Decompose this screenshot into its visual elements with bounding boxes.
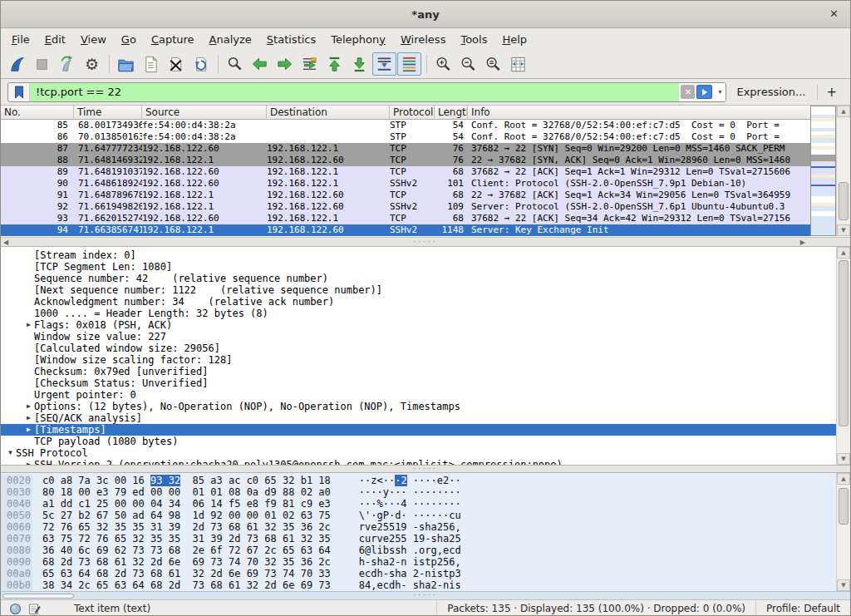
zoom-normal-button[interactable]: [481, 52, 505, 76]
scroll-down-arrow-icon[interactable]: ▼: [837, 579, 850, 591]
scroll-down-arrow-icon[interactable]: ▼: [837, 224, 850, 236]
detail-line[interactable]: Sequence number: 42 (relative sequence n…: [1, 273, 838, 284]
expander-icon[interactable]: ▼: [5, 447, 16, 459]
details-vscrollbar[interactable]: ▲ ▼: [836, 247, 850, 465]
menu-go[interactable]: Go: [114, 30, 144, 49]
menu-help[interactable]: Help: [494, 30, 534, 49]
detail-line[interactable]: Acknowledgment number: 34 (relative ack …: [1, 296, 838, 308]
packet-row-92[interactable]: 9271.661949820192.168.122.1192.168.122.6…: [1, 201, 812, 213]
detail-line[interactable]: [Stream index: 0]: [1, 249, 838, 261]
column-header-no[interactable]: No.: [1, 106, 74, 120]
reload-file-button[interactable]: [189, 52, 213, 76]
detail-line-seq-ack[interactable]: ▶[SEQ/ACK analysis]: [1, 412, 838, 424]
bytes-hscrollbar[interactable]: ·····: [1, 591, 850, 599]
menu-view[interactable]: View: [73, 30, 114, 49]
detail-line[interactable]: Urgent pointer: 0: [1, 389, 838, 401]
splitter-handle[interactable]: ·····: [413, 466, 437, 473]
filter-history-dropdown[interactable]: ▾: [714, 83, 726, 101]
menu-analyze[interactable]: Analyze: [202, 30, 259, 49]
menu-file[interactable]: File: [4, 30, 37, 49]
stop-capture-button[interactable]: [30, 52, 54, 76]
menu-wireless[interactable]: Wireless: [393, 30, 453, 49]
go-forward-button[interactable]: [273, 52, 297, 76]
column-header-protocol[interactable]: Protocol: [390, 106, 435, 120]
packet-row-90[interactable]: 9071.648618924192.168.122.60192.168.122.…: [1, 178, 812, 190]
detail-line-options[interactable]: ▶Options: (12 bytes), No-Operation (NOP)…: [1, 401, 838, 412]
detail-line[interactable]: TCP payload (1080 bytes): [1, 436, 838, 447]
scrollbar-thumb[interactable]: [839, 488, 849, 525]
detail-line-timestamps-selected[interactable]: ▶[Timestamps]: [1, 424, 838, 436]
scroll-up-arrow-icon[interactable]: ▲: [837, 473, 850, 485]
expert-info-icon[interactable]: [9, 603, 22, 615]
packet-row-85[interactable]: 8568.001734936fe:54:00:d4:38:2aSTP54Conf…: [1, 120, 812, 131]
filter-apply-button[interactable]: [696, 85, 712, 99]
detail-line-flags[interactable]: ▶Flags: 0x018 (PSH, ACK): [1, 319, 838, 331]
detail-line[interactable]: [Checksum Status: Unverified]: [1, 377, 838, 389]
hex-row[interactable]: 00b038 34 2c 65 63 64 68 2d 73 68 61 32 …: [1, 579, 838, 591]
go-back-button[interactable]: [248, 52, 272, 76]
detail-line[interactable]: 1000 .... = Header Length: 32 bytes (8): [1, 308, 838, 319]
scroll-up-arrow-icon[interactable]: ▲: [837, 106, 850, 117]
hex-row[interactable]: 009068 2d 73 68 61 32 2d 6e 69 73 74 70 …: [1, 556, 838, 568]
go-to-last-packet-button[interactable]: [347, 52, 371, 76]
detail-line[interactable]: [Window size scaling factor: 128]: [1, 354, 838, 366]
hex-row[interactable]: 008036 40 6c 69 62 73 73 68 2e 6f 72 67 …: [1, 545, 838, 556]
filter-clear-button[interactable]: ✕: [681, 85, 695, 99]
expander-icon[interactable]: ▶: [23, 319, 34, 331]
scroll-down-arrow-icon[interactable]: ▼: [837, 453, 850, 465]
profile-text[interactable]: Profile: Default: [756, 603, 850, 614]
detail-line[interactable]: Checksum: 0x79ed [unverified]: [1, 366, 838, 377]
go-to-first-packet-button[interactable]: [322, 52, 347, 76]
start-capture-button[interactable]: [5, 52, 29, 76]
column-header-info[interactable]: Info: [468, 106, 812, 120]
hex-row[interactable]: 0040a1 dd c1 25 00 00 04 34 06 14 f5 e8 …: [1, 498, 838, 510]
detail-line[interactable]: [TCP Segment Len: 1080]: [1, 261, 838, 273]
scroll-left-arrow-icon[interactable]: ◀: [3, 239, 8, 246]
scrollbar-thumb[interactable]: [2, 594, 74, 599]
scroll-right-arrow-icon[interactable]: ▶: [800, 239, 805, 246]
capture-options-button[interactable]: ⚙: [80, 52, 104, 76]
zoom-in-button[interactable]: [431, 52, 455, 76]
close-file-button[interactable]: [164, 52, 188, 76]
column-header-time[interactable]: Time: [74, 106, 142, 120]
hex-row[interactable]: 00a065 63 64 68 2d 73 68 61 32 2d 6e 69 …: [1, 568, 838, 579]
menu-edit[interactable]: Edit: [37, 30, 73, 49]
column-header-source[interactable]: Source: [142, 106, 267, 120]
hex-row[interactable]: 003080 18 00 e3 79 ed 00 00 01 01 08 0a …: [1, 486, 838, 498]
bytes-vscrollbar[interactable]: ▲ ▼: [836, 473, 850, 591]
scrollbar-thumb[interactable]: [839, 182, 849, 220]
colorize-button[interactable]: [397, 52, 421, 76]
packet-row-89[interactable]: 8971.648191037192.168.122.60192.168.122.…: [1, 166, 812, 178]
expander-icon[interactable]: ▶: [23, 412, 34, 424]
menu-tools[interactable]: Tools: [453, 30, 494, 49]
restart-capture-button[interactable]: [55, 52, 79, 76]
packet-list-hscrollbar[interactable]: ◀ ····· ▶: [1, 237, 850, 247]
filter-bookmark-button[interactable]: [8, 83, 30, 101]
display-filter-input[interactable]: !tcp.port == 22: [30, 83, 679, 101]
packet-list-vscrollbar[interactable]: ▲ ▼: [836, 106, 850, 236]
detail-line-ssh-protocol[interactable]: ▼SSH Protocol: [1, 447, 838, 459]
detail-line[interactable]: [Calculated window size: 29056]: [1, 342, 838, 354]
zoom-out-button[interactable]: [456, 52, 480, 76]
menu-telephony[interactable]: Telephony: [323, 30, 393, 49]
hex-row[interactable]: 0020c0 a8 7a 3c 00 16 93 32 85 a3 ac c0 …: [1, 475, 838, 486]
menu-capture[interactable]: Capture: [144, 30, 202, 49]
go-to-packet-button[interactable]: [298, 52, 322, 76]
capture-comment-icon[interactable]: [28, 603, 41, 615]
hex-row[interactable]: 00505c 27 b2 67 50 ad 64 98 1d 92 00 00 …: [1, 510, 838, 521]
packet-row-87[interactable]: 8771.647777234192.168.122.60192.168.122.…: [1, 143, 812, 155]
expression-button[interactable]: Expression...: [726, 86, 817, 98]
scrollbar-thumb[interactable]: [839, 260, 849, 426]
hex-row[interactable]: 007063 75 72 76 65 32 35 35 31 39 2d 73 …: [1, 533, 838, 545]
detail-line[interactable]: Window size value: 227: [1, 331, 838, 342]
close-window-icon[interactable]: ✕: [829, 7, 839, 20]
splitter-handle[interactable]: ·····: [413, 592, 437, 599]
packet-row-94-selected[interactable]: 9471.663856741192.168.122.1192.168.122.6…: [1, 224, 812, 236]
details-bytes-splitter[interactable]: ·····: [1, 465, 850, 473]
expander-icon[interactable]: ▶: [23, 459, 34, 465]
expander-icon[interactable]: ▶: [23, 401, 34, 412]
expander-icon[interactable]: ▶: [23, 424, 34, 436]
packet-row-93[interactable]: 9371.662015274192.168.122.60192.168.122.…: [1, 213, 812, 224]
save-file-button[interactable]: [139, 52, 163, 76]
scroll-up-arrow-icon[interactable]: ▲: [837, 247, 850, 259]
